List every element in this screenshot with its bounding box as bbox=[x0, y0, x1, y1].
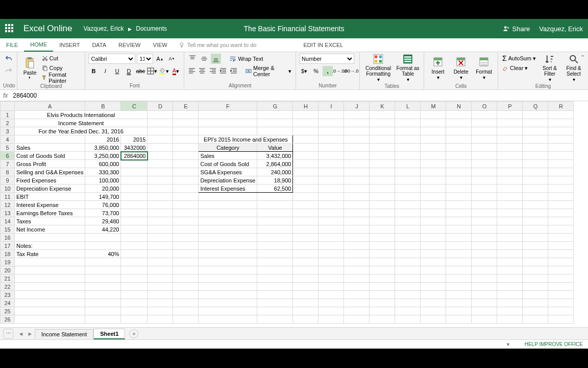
cell[interactable] bbox=[497, 111, 523, 119]
increase-decimal-button[interactable]: .0→.00 bbox=[334, 66, 345, 76]
cell[interactable] bbox=[446, 250, 472, 258]
cell[interactable] bbox=[318, 160, 344, 168]
fx-icon[interactable]: fx bbox=[3, 92, 8, 99]
cell[interactable] bbox=[395, 135, 421, 144]
cell[interactable] bbox=[446, 274, 472, 283]
cell[interactable] bbox=[293, 250, 318, 258]
cell[interactable]: Sales bbox=[199, 152, 257, 160]
cell[interactable] bbox=[293, 315, 318, 324]
cell[interactable] bbox=[257, 307, 293, 315]
col-header[interactable]: B bbox=[85, 102, 121, 111]
wrap-text-button[interactable]: Wrap Text bbox=[228, 54, 264, 63]
cell[interactable] bbox=[497, 135, 523, 144]
cell[interactable]: 100,000 bbox=[85, 176, 121, 185]
cell[interactable] bbox=[370, 135, 395, 144]
cell[interactable] bbox=[318, 291, 344, 299]
cell[interactable] bbox=[548, 119, 574, 127]
paste-button[interactable]: Paste▾ bbox=[20, 54, 39, 82]
col-header[interactable]: E bbox=[173, 102, 199, 111]
breadcrumb-folder[interactable]: Documents bbox=[136, 25, 167, 32]
cell[interactable] bbox=[548, 176, 574, 185]
cell[interactable] bbox=[344, 242, 370, 250]
increase-indent-button[interactable] bbox=[229, 66, 238, 76]
cell[interactable] bbox=[199, 299, 257, 307]
cell[interactable] bbox=[421, 193, 446, 201]
cell[interactable] bbox=[472, 144, 497, 152]
cell[interactable] bbox=[257, 250, 293, 258]
row-header[interactable]: 25 bbox=[1, 307, 15, 315]
cell[interactable] bbox=[173, 250, 199, 258]
cell[interactable] bbox=[318, 193, 344, 201]
cell[interactable] bbox=[293, 266, 318, 274]
cell[interactable] bbox=[548, 258, 574, 266]
cell[interactable] bbox=[318, 176, 344, 185]
cell[interactable] bbox=[121, 307, 148, 315]
row-header[interactable]: 22 bbox=[1, 283, 15, 291]
cell[interactable] bbox=[148, 258, 173, 266]
align-center-button[interactable] bbox=[198, 66, 207, 76]
cell[interactable] bbox=[446, 111, 472, 119]
cell[interactable] bbox=[370, 242, 395, 250]
cell[interactable] bbox=[421, 274, 446, 283]
cell[interactable] bbox=[121, 250, 148, 258]
row-header[interactable]: 12 bbox=[1, 201, 15, 209]
cell[interactable]: Depreciation Expense bbox=[199, 176, 257, 185]
cell[interactable] bbox=[548, 209, 574, 217]
cell[interactable] bbox=[344, 144, 370, 152]
cell[interactable] bbox=[548, 168, 574, 176]
cell[interactable] bbox=[15, 299, 85, 307]
breadcrumb[interactable]: Vazquez, Erick ▶ Documents bbox=[83, 25, 167, 32]
cell[interactable] bbox=[199, 225, 257, 234]
cell[interactable] bbox=[344, 258, 370, 266]
cell[interactable]: For the Year Ended Dec. 31, 2016 bbox=[15, 127, 148, 135]
align-bottom-button[interactable] bbox=[211, 54, 221, 64]
cell[interactable] bbox=[257, 193, 293, 201]
cell[interactable] bbox=[173, 274, 199, 283]
cell[interactable] bbox=[344, 201, 370, 209]
cell[interactable] bbox=[173, 111, 199, 119]
cell[interactable] bbox=[395, 185, 421, 193]
cell[interactable] bbox=[15, 266, 85, 274]
cell[interactable] bbox=[344, 266, 370, 274]
cell[interactable] bbox=[121, 274, 148, 283]
cell[interactable] bbox=[121, 234, 148, 242]
cell[interactable] bbox=[293, 242, 318, 250]
cell[interactable] bbox=[257, 291, 293, 299]
col-header[interactable]: H bbox=[293, 102, 318, 111]
cell[interactable] bbox=[446, 234, 472, 242]
cell[interactable] bbox=[318, 201, 344, 209]
cell[interactable]: SG&A Expenses bbox=[199, 168, 257, 176]
cell[interactable] bbox=[173, 307, 199, 315]
cell[interactable]: 3432000 bbox=[121, 144, 148, 152]
cell[interactable] bbox=[497, 176, 523, 185]
cell[interactable] bbox=[395, 217, 421, 225]
cell[interactable] bbox=[497, 266, 523, 274]
bold-button[interactable]: B bbox=[88, 66, 99, 76]
cell[interactable] bbox=[121, 176, 148, 185]
cell[interactable] bbox=[370, 274, 395, 283]
cell[interactable] bbox=[85, 266, 121, 274]
cell[interactable] bbox=[121, 242, 148, 250]
cell[interactable]: Interest Expense bbox=[15, 201, 85, 209]
cell[interactable]: 62,500 bbox=[257, 185, 293, 193]
row-header[interactable]: 6 bbox=[1, 152, 15, 160]
cell[interactable]: 18,900 bbox=[257, 176, 293, 185]
cell[interactable] bbox=[257, 242, 293, 250]
cell[interactable] bbox=[318, 258, 344, 266]
cell[interactable] bbox=[395, 209, 421, 217]
cell[interactable] bbox=[497, 193, 523, 201]
cell[interactable] bbox=[293, 274, 318, 283]
tell-me-search[interactable]: Tell me what you want to do bbox=[179, 38, 257, 52]
font-name-select[interactable]: Calibri bbox=[88, 54, 135, 64]
cell[interactable] bbox=[344, 217, 370, 225]
cell[interactable] bbox=[121, 315, 148, 324]
cell[interactable] bbox=[421, 111, 446, 119]
share-button[interactable]: Share bbox=[503, 25, 530, 33]
cell[interactable] bbox=[148, 152, 173, 160]
row-header[interactable]: 7 bbox=[1, 160, 15, 168]
cell[interactable] bbox=[293, 283, 318, 291]
cell[interactable] bbox=[523, 185, 548, 193]
tab-home[interactable]: HOME bbox=[24, 38, 53, 52]
cell[interactable] bbox=[548, 135, 574, 144]
cell[interactable] bbox=[344, 127, 370, 135]
